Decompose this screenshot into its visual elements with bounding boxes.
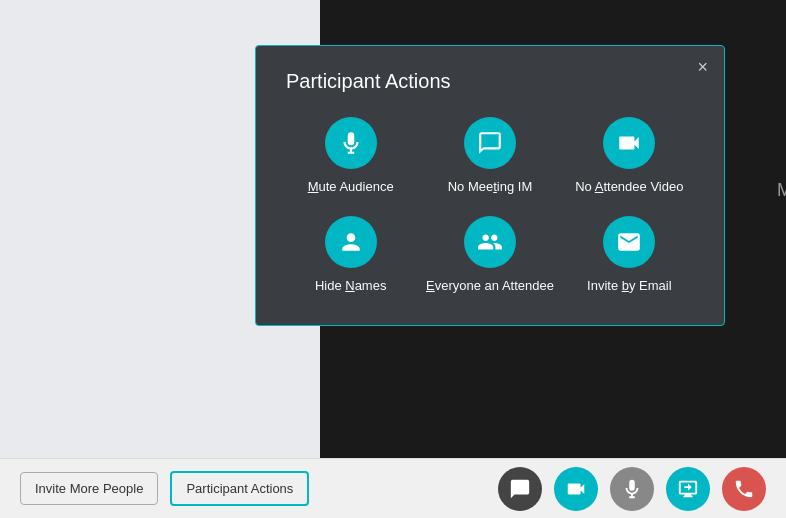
hide-names-label: Hide Names xyxy=(315,278,387,295)
no-meeting-im-label: No Meeting IM xyxy=(448,179,533,196)
invite-by-email-icon-circle xyxy=(603,216,655,268)
action-no-attendee-video[interactable]: No Attendee Video xyxy=(565,117,694,196)
action-mute-audience[interactable]: Mute Audience xyxy=(286,117,415,196)
no-meeting-text: No Meeting xyxy=(765,153,786,203)
action-everyone-attendee[interactable]: Everyone an Attendee xyxy=(425,216,554,295)
no-meeting-im-icon-circle xyxy=(464,117,516,169)
action-no-meeting-im[interactable]: No Meeting IM xyxy=(425,117,554,196)
invite-by-email-label: Invite by Email xyxy=(587,278,672,295)
invite-more-people-button[interactable]: Invite More People xyxy=(20,472,158,505)
no-attendee-video-label: No Attendee Video xyxy=(575,179,683,196)
video-icon-button[interactable] xyxy=(554,467,598,511)
no-attendee-video-icon-circle xyxy=(603,117,655,169)
everyone-attendee-icon-circle xyxy=(464,216,516,268)
hide-names-icon-circle xyxy=(325,216,377,268)
bottom-bar: Invite More People Participant Actions xyxy=(0,458,786,518)
modal-close-button[interactable]: × xyxy=(697,58,708,76)
end-call-icon-button[interactable] xyxy=(722,467,766,511)
mute-audience-label: Mute Audience xyxy=(308,179,394,196)
chat-icon-button[interactable] xyxy=(498,467,542,511)
participant-actions-button[interactable]: Participant Actions xyxy=(170,471,309,506)
mic-icon-button[interactable] xyxy=(610,467,654,511)
action-invite-by-email[interactable]: Invite by Email xyxy=(565,216,694,295)
participant-actions-modal: × Participant Actions Mute Audience No M… xyxy=(255,45,725,326)
everyone-attendee-label: Everyone an Attendee xyxy=(426,278,554,295)
action-hide-names[interactable]: Hide Names xyxy=(286,216,415,295)
mute-audience-icon-circle xyxy=(325,117,377,169)
modal-title: Participant Actions xyxy=(286,70,694,93)
screen-share-icon-button[interactable] xyxy=(666,467,710,511)
toolbar-right xyxy=(498,467,766,511)
action-grid: Mute Audience No Meeting IM No Attendee … xyxy=(286,117,694,295)
